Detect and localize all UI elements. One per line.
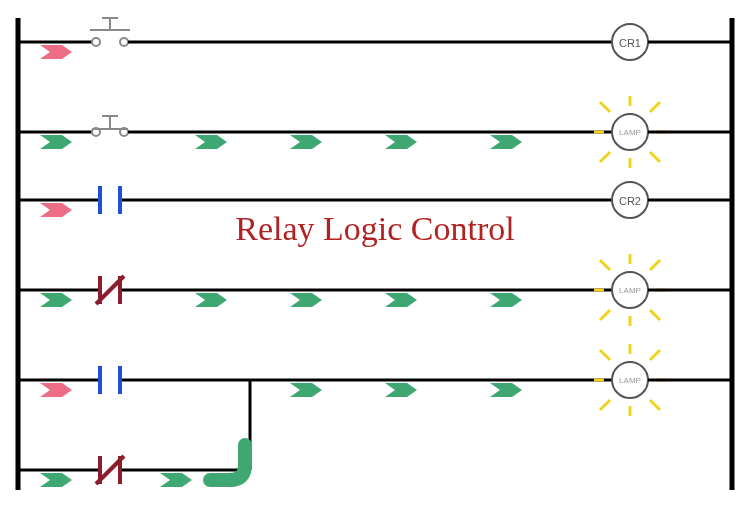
contact-nc-icon	[96, 456, 124, 484]
coil-cr1-label: CR1	[619, 37, 641, 49]
svg-line-52	[650, 350, 660, 360]
flow-arrow-icon	[195, 135, 227, 149]
flow-arrow-icon	[160, 473, 192, 487]
flow-arrow-icon	[490, 293, 522, 307]
contact-no-icon	[100, 186, 120, 214]
coil-cr1: CR1	[612, 24, 648, 60]
flow-arrow-icon	[40, 383, 72, 397]
coil-cr2-label: CR2	[619, 195, 641, 207]
svg-line-18	[600, 152, 610, 162]
svg-line-40	[650, 310, 660, 320]
rung-4: LAMP	[18, 254, 732, 326]
svg-line-19	[650, 152, 660, 162]
pushbutton-no-open-icon	[90, 18, 130, 46]
flow-arrow-icon	[40, 473, 72, 487]
flow-arrow-icon	[290, 135, 322, 149]
flow-arrow-icon	[40, 45, 72, 59]
flow-arrow-icon	[195, 293, 227, 307]
svg-line-38	[650, 260, 660, 270]
diagram-title: Relay Logic Control	[235, 210, 515, 248]
svg-line-17	[650, 102, 660, 112]
flow-arrow-icon	[385, 135, 417, 149]
flow-arrow-icon	[40, 203, 72, 217]
svg-line-39	[600, 310, 610, 320]
rung-2: LAMP	[18, 96, 732, 168]
lamp-label: LAMP	[619, 128, 641, 137]
rung-1: CR1	[18, 18, 732, 60]
flow-curve-icon	[210, 445, 245, 480]
flow-arrow-icon	[290, 293, 322, 307]
lamp-label: LAMP	[619, 286, 641, 295]
flow-arrow-icon	[290, 383, 322, 397]
svg-line-53	[600, 400, 610, 410]
flow-arrow-icon	[385, 293, 417, 307]
flow-arrow-icon	[490, 135, 522, 149]
flow-arrow-icon	[40, 135, 72, 149]
contact-no-icon	[100, 366, 120, 394]
svg-line-51	[600, 350, 610, 360]
rung-5: LAMP	[18, 344, 732, 416]
lamp-label: LAMP	[619, 376, 641, 385]
coil-cr2: CR2	[612, 182, 648, 218]
flow-arrow-icon	[40, 293, 72, 307]
flow-arrow-icon	[490, 383, 522, 397]
contact-nc-icon	[96, 276, 124, 304]
flow-arrow-icon	[385, 383, 417, 397]
svg-line-54	[650, 400, 660, 410]
svg-line-37	[600, 260, 610, 270]
svg-line-16	[600, 102, 610, 112]
ladder-svg: CR1	[0, 0, 750, 508]
svg-point-2	[120, 38, 128, 46]
svg-point-1	[92, 38, 100, 46]
ladder-diagram: CR1	[0, 0, 750, 508]
pushbutton-no-closed-icon	[92, 116, 128, 136]
